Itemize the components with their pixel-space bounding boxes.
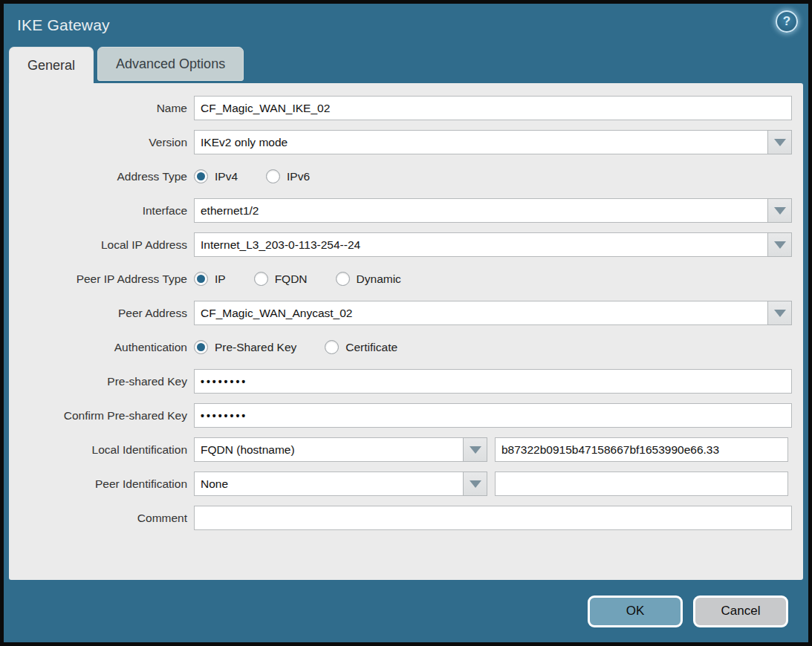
- tab-general-label: General: [27, 58, 75, 74]
- name-label: Name: [9, 102, 194, 115]
- dialog-footer: OK Cancel: [4, 580, 808, 642]
- radio-icon: [194, 169, 208, 183]
- confirm-pre-shared-key-input[interactable]: ••••••••: [194, 403, 792, 428]
- general-tab-panel: Name CF_Magic_WAN_IKE_02 Version IKEv2 o…: [9, 83, 803, 580]
- name-input[interactable]: CF_Magic_WAN_IKE_02: [194, 96, 792, 120]
- tabstrip: General Advanced Options: [4, 47, 808, 83]
- radio-label: IPv6: [287, 170, 310, 183]
- version-dropdown-value[interactable]: IKEv2 only mode: [194, 130, 767, 154]
- peer-identification-dropdown-button[interactable]: [463, 472, 487, 496]
- radio-option-dynamic[interactable]: Dynamic: [336, 272, 401, 286]
- dialog-titlebar: IKE Gateway ?: [4, 4, 808, 47]
- radio-option-ip[interactable]: IP: [194, 272, 226, 286]
- local-identification-type-value[interactable]: FQDN (hostname): [194, 437, 463, 462]
- local-identification-label: Local Identification: [9, 443, 194, 457]
- comment-label: Comment: [9, 512, 194, 525]
- peer-address-row: Peer Address CF_Magic_WAN_Anycast_02: [9, 301, 792, 325]
- version-dropdown: IKEv2 only mode: [194, 130, 792, 154]
- peer-address-label: Peer Address: [9, 307, 194, 320]
- radio-icon: [194, 340, 208, 354]
- radio-label: Dynamic: [357, 273, 401, 286]
- radio-icon: [336, 272, 350, 286]
- radio-label: IP: [215, 273, 226, 286]
- version-dropdown-button[interactable]: [767, 130, 792, 154]
- radio-option-certificate[interactable]: Certificate: [325, 340, 397, 354]
- address-type-row: Address Type IPv4 IPv6: [9, 164, 792, 189]
- local-ip-address-dropdown-value[interactable]: Internet_L3_203-0-113-254--24: [194, 232, 767, 257]
- pre-shared-key-row: Pre-shared Key ••••••••: [9, 369, 792, 394]
- dialog-title: IKE Gateway: [17, 16, 110, 34]
- authentication-label: Authentication: [9, 341, 194, 354]
- radio-label: Pre-Shared Key: [215, 341, 296, 354]
- confirm-pre-shared-key-label: Confirm Pre-shared Key: [9, 409, 194, 422]
- radio-label: IPv4: [215, 170, 238, 183]
- peer-ip-address-type-row: Peer IP Address Type IP FQDN Dynamic: [9, 267, 792, 291]
- chevron-down-icon: [774, 207, 786, 215]
- peer-identification-type-value[interactable]: None: [194, 472, 463, 496]
- tab-advanced-options-label: Advanced Options: [116, 56, 225, 72]
- name-row: Name CF_Magic_WAN_IKE_02: [9, 96, 792, 120]
- comment-row: Comment: [9, 506, 792, 530]
- chevron-down-icon: [470, 446, 481, 454]
- local-identification-type-dropdown: FQDN (hostname): [194, 437, 487, 462]
- address-type-radio-group: IPv4 IPv6: [194, 169, 310, 183]
- chevron-down-icon: [774, 139, 786, 146]
- local-identification-dropdown-button[interactable]: [463, 437, 487, 462]
- help-icon-glyph: ?: [783, 14, 790, 29]
- peer-ip-address-type-radio-group: IP FQDN Dynamic: [194, 272, 401, 286]
- peer-address-dropdown: CF_Magic_WAN_Anycast_02: [194, 301, 792, 325]
- pre-shared-key-label: Pre-shared Key: [9, 375, 194, 388]
- address-type-label: Address Type: [9, 170, 194, 183]
- radio-option-pre-shared-key[interactable]: Pre-Shared Key: [194, 340, 296, 354]
- authentication-row: Authentication Pre-Shared Key Certificat…: [9, 335, 792, 359]
- radio-label: FQDN: [275, 273, 308, 286]
- radio-icon: [254, 272, 268, 286]
- local-identification-row: Local Identification FQDN (hostname) b87…: [9, 437, 792, 462]
- authentication-radio-group: Pre-Shared Key Certificate: [194, 340, 397, 354]
- version-label: Version: [9, 136, 194, 149]
- ike-gateway-dialog: IKE Gateway ? General Advanced Options N…: [0, 0, 812, 646]
- comment-input[interactable]: [194, 506, 792, 530]
- peer-identification-type-dropdown: None: [194, 472, 487, 496]
- radio-option-ipv6[interactable]: IPv6: [266, 169, 310, 183]
- chevron-down-icon: [774, 310, 786, 317]
- interface-dropdown: ethernet1/2: [194, 198, 792, 223]
- pre-shared-key-input[interactable]: ••••••••: [194, 369, 792, 394]
- local-ip-address-dropdown-button[interactable]: [767, 232, 792, 257]
- interface-row: Interface ethernet1/2: [9, 198, 792, 223]
- local-ip-address-label: Local IP Address: [9, 238, 194, 252]
- version-row: Version IKEv2 only mode: [9, 130, 792, 154]
- tab-general[interactable]: General: [9, 47, 94, 83]
- peer-address-dropdown-button[interactable]: [767, 301, 792, 325]
- peer-identification-label: Peer Identification: [9, 477, 194, 491]
- radio-icon: [266, 169, 280, 183]
- confirm-pre-shared-key-row: Confirm Pre-shared Key ••••••••: [9, 403, 792, 428]
- ok-button[interactable]: OK: [588, 596, 683, 627]
- chevron-down-icon: [470, 480, 481, 488]
- local-ip-address-row: Local IP Address Internet_L3_203-0-113-2…: [9, 232, 792, 257]
- interface-dropdown-button[interactable]: [767, 198, 792, 223]
- peer-ip-address-type-label: Peer IP Address Type: [9, 273, 194, 286]
- tab-advanced-options[interactable]: Advanced Options: [97, 47, 244, 81]
- chevron-down-icon: [774, 241, 786, 249]
- radio-icon: [325, 340, 339, 354]
- interface-label: Interface: [9, 204, 194, 218]
- radio-option-ipv4[interactable]: IPv4: [194, 169, 238, 183]
- local-identification-value-input[interactable]: b87322b0915b47158667bf1653990e66.33: [495, 437, 788, 462]
- help-icon[interactable]: ?: [776, 10, 798, 33]
- radio-option-fqdn[interactable]: FQDN: [254, 272, 308, 286]
- interface-dropdown-value[interactable]: ethernet1/2: [194, 198, 767, 223]
- peer-identification-value-input[interactable]: [495, 472, 788, 496]
- radio-label: Certificate: [345, 341, 397, 354]
- peer-address-dropdown-value[interactable]: CF_Magic_WAN_Anycast_02: [194, 301, 767, 325]
- peer-identification-row: Peer Identification None: [9, 472, 792, 496]
- cancel-button[interactable]: Cancel: [693, 596, 788, 627]
- radio-icon: [194, 272, 208, 286]
- local-ip-address-dropdown: Internet_L3_203-0-113-254--24: [194, 232, 792, 257]
